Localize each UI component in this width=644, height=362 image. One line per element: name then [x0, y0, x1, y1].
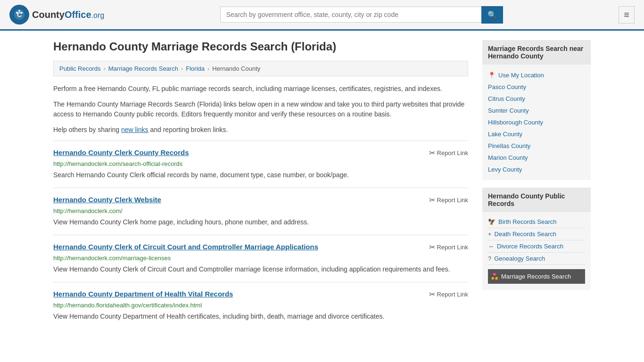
result-url-1[interactable]: http://hernandoclerk.com/	[53, 207, 468, 214]
report-link-2[interactable]: ✂ Report Link	[429, 243, 468, 252]
nearby-county-item-5: Pinellas County	[488, 140, 585, 152]
sidebar: Marriage Records Search near Hernando Co…	[482, 40, 591, 329]
scissors-icon-3: ✂	[429, 290, 435, 299]
breadcrumb-marriage-records[interactable]: Marriage Records Search	[108, 65, 178, 72]
nearby-county-link-5[interactable]: Pinellas County	[488, 142, 530, 149]
public-record-item-4: 💑 Marriage Records Search	[488, 265, 585, 286]
result-item-3: Hernando County Department of Health Vit…	[53, 282, 468, 329]
search-input[interactable]	[220, 7, 481, 23]
result-header-3: Hernando County Department of Health Vit…	[53, 290, 468, 299]
menu-button[interactable]: ≡	[619, 6, 635, 24]
breadcrumb-florida[interactable]: Florida	[186, 65, 205, 72]
public-record-item-0: 🦅 Birth Records Search	[488, 216, 585, 228]
public-records-content: 🦅 Birth Records Search + Death Records S…	[482, 212, 591, 290]
result-header-1: Hernando County Clerk Website ✂ Report L…	[53, 196, 468, 205]
nearby-county-item-1: Citrus County	[488, 93, 585, 105]
header: C CountyOffice.org 🔍 ≡	[0, 0, 644, 31]
breadcrumb-sep-2: ›	[181, 65, 183, 72]
nearby-counties-list: Pasco CountyCitrus CountySumter CountyHi…	[488, 81, 585, 175]
result-url-3[interactable]: http://hernando.floridahealth.gov/certif…	[53, 302, 468, 309]
result-title-3[interactable]: Hernando County Department of Health Vit…	[53, 290, 233, 298]
result-item-2: Hernando County Clerk of Circuit Court a…	[53, 235, 468, 282]
nearby-county-link-3[interactable]: Hillsborough County	[488, 119, 543, 126]
location-icon: 📍	[488, 72, 495, 79]
svg-point-5	[18, 10, 20, 12]
logo-area: C CountyOffice.org	[9, 5, 104, 25]
result-desc-1: View Hernando County Clerk home page, in…	[53, 217, 468, 227]
pub-record-icon-3: ?	[488, 255, 491, 262]
search-area: 🔍	[220, 6, 503, 24]
marriage-icon: 💑	[491, 273, 498, 280]
nearby-county-item-6: Marion County	[488, 152, 585, 164]
result-title-0[interactable]: Hernando County Clerk County Records	[53, 148, 189, 156]
breadcrumb-sep-3: ›	[207, 65, 209, 72]
result-title-1[interactable]: Hernando County Clerk Website	[53, 196, 161, 204]
result-url-2[interactable]: http://hernandoclerk.com/marriage-licens…	[53, 255, 468, 262]
scissors-icon-2: ✂	[429, 243, 435, 252]
pub-record-link-0[interactable]: Birth Records Search	[498, 218, 557, 225]
breadcrumb-current: Hernando County	[212, 65, 260, 72]
svg-text:C: C	[17, 11, 22, 18]
result-desc-2: View Hernando County Clerk of Circuit Co…	[53, 264, 468, 274]
logo-text: CountyOffice.org	[32, 9, 104, 20]
nearby-section: Marriage Records Search near Hernando Co…	[482, 40, 591, 180]
report-link-1[interactable]: ✂ Report Link	[429, 196, 468, 205]
pub-record-link-3[interactable]: Genealogy Search	[494, 255, 545, 262]
public-record-item-1: + Death Records Search	[488, 228, 585, 240]
result-header-0: Hernando County Clerk County Records ✂ R…	[53, 148, 468, 157]
public-records-section: Hernando County Public Records 🦅 Birth R…	[482, 188, 591, 290]
result-desc-3: View Hernando County Department of Healt…	[53, 312, 468, 321]
pub-record-icon-0: 🦅	[488, 218, 495, 225]
public-record-item-2: ↔ Divorce Records Search	[488, 240, 585, 253]
svg-point-4	[21, 12, 23, 14]
search-button[interactable]: 🔍	[481, 6, 503, 24]
marriage-records-btn[interactable]: 💑 Marriage Records Search	[488, 269, 585, 284]
result-item-0: Hernando County Clerk County Records ✂ R…	[53, 140, 468, 188]
nearby-county-item-0: Pasco County	[488, 81, 585, 93]
scissors-icon-1: ✂	[429, 196, 435, 205]
report-link-3[interactable]: ✂ Report Link	[429, 290, 468, 299]
nearby-title: Marriage Records Search near Hernando Co…	[482, 40, 591, 65]
nearby-county-item-7: Levy County	[488, 164, 585, 175]
nearby-county-link-1[interactable]: Citrus County	[488, 95, 525, 102]
pub-record-icon-2: ↔	[488, 243, 494, 250]
nearby-county-link-2[interactable]: Sumter County	[488, 107, 529, 114]
public-records-title: Hernando County Public Records	[482, 188, 591, 212]
pub-record-link-1[interactable]: Death Records Search	[495, 230, 557, 238]
svg-point-3	[16, 12, 18, 14]
report-link-0[interactable]: ✂ Report Link	[429, 148, 468, 157]
result-url-0[interactable]: http://hernandoclerk.com/search-official…	[53, 160, 468, 167]
content-area: Hernando County Marriage Records Search …	[53, 40, 468, 329]
nearby-county-link-4[interactable]: Lake County	[488, 131, 522, 138]
search-icon: 🔍	[487, 11, 497, 19]
hamburger-icon: ≡	[624, 9, 629, 20]
nearby-county-link-7[interactable]: Levy County	[488, 166, 522, 173]
new-links-link[interactable]: new links	[121, 126, 149, 133]
nearby-county-link-0[interactable]: Pasco County	[488, 83, 526, 90]
public-record-item-3: ? Genealogy Search	[488, 253, 585, 265]
result-desc-0: Search Hernando County Clerk official re…	[53, 170, 468, 180]
page-title: Hernando County Marriage Records Search …	[53, 40, 468, 53]
use-my-location-item: 📍 Use My Location	[488, 69, 585, 81]
result-item-1: Hernando County Clerk Website ✂ Report L…	[53, 188, 468, 235]
pub-record-icon-1: +	[488, 230, 492, 238]
nearby-content: 📍 Use My Location Pasco CountyCitrus Cou…	[482, 65, 591, 180]
description-3: Help others by sharing new links and rep…	[53, 125, 468, 135]
results-list: Hernando County Clerk County Records ✂ R…	[53, 140, 468, 329]
result-title-2[interactable]: Hernando County Clerk of Circuit Court a…	[53, 243, 318, 251]
nearby-county-item-3: Hillsborough County	[488, 116, 585, 128]
breadcrumb-public-records[interactable]: Public Records	[59, 65, 100, 72]
main-container: Hernando County Marriage Records Search …	[44, 31, 600, 338]
result-header-2: Hernando County Clerk of Circuit Court a…	[53, 243, 468, 252]
description-1: Perform a free Hernando County, FL publi…	[53, 84, 468, 94]
marriage-label: Marriage Records Search	[501, 273, 571, 280]
breadcrumb: Public Records › Marriage Records Search…	[53, 61, 468, 76]
logo-icon: C	[9, 5, 29, 25]
nearby-county-item-2: Sumter County	[488, 105, 585, 116]
use-my-location-link[interactable]: Use My Location	[498, 72, 544, 79]
pub-record-link-2[interactable]: Divorce Records Search	[497, 243, 563, 250]
description-2: The Hernando County Marriage Records Sea…	[53, 99, 468, 119]
breadcrumb-sep-1: ›	[103, 65, 105, 72]
nearby-county-link-6[interactable]: Marion County	[488, 154, 528, 161]
scissors-icon-0: ✂	[429, 148, 435, 157]
